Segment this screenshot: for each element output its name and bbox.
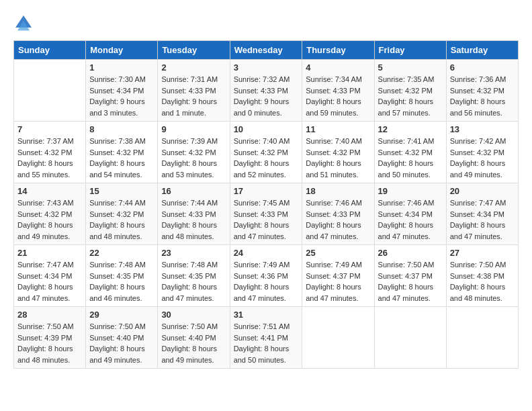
- day-cell: 17 Sunrise: 7:45 AM Sunset: 4:33 PM Dayl…: [230, 183, 302, 245]
- sunset-text: Sunset: 4:40 PM: [89, 334, 144, 342]
- day-cell: 31 Sunrise: 7:51 AM Sunset: 4:41 PM Dayl…: [230, 307, 302, 369]
- sunrise-text: Sunrise: 7:38 AM: [89, 137, 146, 145]
- daylight-text: Daylight: 8 hours and 48 minutes.: [17, 345, 73, 364]
- day-cell: 23 Sunrise: 7:48 AM Sunset: 4:35 PM Dayl…: [158, 245, 230, 307]
- day-number: 11: [306, 124, 370, 134]
- sunset-text: Sunset: 4:32 PM: [234, 148, 288, 156]
- sunset-text: Sunset: 4:35 PM: [89, 272, 144, 280]
- cell-content: Sunrise: 7:51 AM Sunset: 4:41 PM Dayligh…: [234, 321, 299, 365]
- sunrise-text: Sunrise: 7:47 AM: [17, 261, 74, 269]
- day-cell: [14, 60, 86, 122]
- day-cell: 28 Sunrise: 7:50 AM Sunset: 4:39 PM Dayl…: [14, 307, 86, 369]
- cell-content: Sunrise: 7:46 AM Sunset: 4:33 PM Dayligh…: [306, 197, 370, 242]
- sunrise-text: Sunrise: 7:37 AM: [17, 137, 74, 145]
- week-row-1: 1 Sunrise: 7:30 AM Sunset: 4:34 PM Dayli…: [14, 60, 519, 122]
- day-cell: 16 Sunrise: 7:44 AM Sunset: 4:33 PM Dayl…: [158, 183, 230, 245]
- cell-content: Sunrise: 7:50 AM Sunset: 4:40 PM Dayligh…: [89, 321, 154, 365]
- sunset-text: Sunset: 4:39 PM: [17, 334, 72, 342]
- day-number: 4: [306, 62, 370, 73]
- cell-content: Sunrise: 7:32 AM Sunset: 4:33 PM Dayligh…: [234, 74, 299, 118]
- daylight-text: Daylight: 8 hours and 46 minutes.: [89, 283, 145, 302]
- day-cell: 27 Sunrise: 7:50 AM Sunset: 4:38 PM Dayl…: [446, 245, 518, 307]
- sunset-text: Sunset: 4:33 PM: [161, 87, 216, 95]
- day-cell: 2 Sunrise: 7:31 AM Sunset: 4:33 PM Dayli…: [158, 60, 230, 122]
- day-number: 12: [378, 124, 443, 134]
- daylight-text: Daylight: 8 hours and 47 minutes.: [234, 283, 290, 302]
- daylight-text: Daylight: 9 hours and 0 minutes.: [234, 97, 290, 117]
- daylight-text: Daylight: 8 hours and 49 minutes.: [89, 345, 145, 364]
- sunset-text: Sunset: 4:32 PM: [17, 210, 72, 218]
- day-cell: 12 Sunrise: 7:41 AM Sunset: 4:32 PM Dayl…: [374, 122, 446, 183]
- daylight-text: Daylight: 8 hours and 47 minutes.: [234, 221, 290, 240]
- calendar-table: SundayMondayTuesdayWednesdayThursdayFrid…: [13, 40, 519, 369]
- day-number: 19: [378, 186, 443, 196]
- day-cell: 20 Sunrise: 7:47 AM Sunset: 4:34 PM Dayl…: [446, 183, 518, 245]
- day-cell: 21 Sunrise: 7:47 AM Sunset: 4:34 PM Dayl…: [14, 245, 86, 307]
- cell-content: Sunrise: 7:35 AM Sunset: 4:32 PM Dayligh…: [378, 74, 443, 118]
- daylight-text: Daylight: 8 hours and 59 minutes.: [306, 97, 361, 117]
- header-sunday: Sunday: [14, 41, 86, 60]
- day-cell: 26 Sunrise: 7:50 AM Sunset: 4:37 PM Dayl…: [374, 245, 446, 307]
- day-cell: [302, 307, 374, 369]
- sunset-text: Sunset: 4:32 PM: [89, 210, 144, 218]
- cell-content: Sunrise: 7:49 AM Sunset: 4:36 PM Dayligh…: [234, 259, 299, 304]
- sunset-text: Sunset: 4:34 PM: [17, 272, 72, 280]
- day-number: 13: [450, 124, 515, 134]
- sunset-text: Sunset: 4:34 PM: [450, 210, 504, 218]
- daylight-text: Daylight: 8 hours and 47 minutes.: [450, 221, 506, 240]
- sunset-text: Sunset: 4:34 PM: [378, 210, 433, 218]
- cell-content: Sunrise: 7:48 AM Sunset: 4:35 PM Dayligh…: [161, 259, 226, 304]
- sunrise-text: Sunrise: 7:46 AM: [306, 199, 362, 207]
- sunrise-text: Sunrise: 7:47 AM: [450, 199, 506, 207]
- day-cell: 9 Sunrise: 7:39 AM Sunset: 4:32 PM Dayli…: [158, 122, 230, 183]
- sunrise-text: Sunrise: 7:36 AM: [450, 75, 506, 83]
- cell-content: Sunrise: 7:50 AM Sunset: 4:40 PM Dayligh…: [161, 321, 226, 365]
- daylight-text: Daylight: 8 hours and 47 minutes.: [306, 283, 361, 302]
- sunrise-text: Sunrise: 7:50 AM: [17, 322, 74, 330]
- sunrise-text: Sunrise: 7:40 AM: [234, 137, 290, 145]
- sunrise-text: Sunrise: 7:49 AM: [234, 261, 290, 269]
- cell-content: Sunrise: 7:41 AM Sunset: 4:32 PM Dayligh…: [378, 136, 443, 180]
- day-number: 7: [17, 124, 82, 134]
- day-number: 9: [161, 124, 226, 134]
- sunrise-text: Sunrise: 7:45 AM: [234, 199, 290, 207]
- sunrise-text: Sunrise: 7:44 AM: [161, 199, 218, 207]
- week-row-4: 21 Sunrise: 7:47 AM Sunset: 4:34 PM Dayl…: [14, 245, 519, 307]
- day-number: 8: [89, 124, 154, 134]
- sunrise-text: Sunrise: 7:44 AM: [89, 199, 146, 207]
- day-number: 20: [450, 186, 515, 196]
- sunset-text: Sunset: 4:32 PM: [450, 148, 504, 156]
- header-monday: Monday: [86, 41, 158, 60]
- day-cell: 24 Sunrise: 7:49 AM Sunset: 4:36 PM Dayl…: [230, 245, 302, 307]
- sunset-text: Sunset: 4:33 PM: [306, 87, 360, 95]
- day-cell: 5 Sunrise: 7:35 AM Sunset: 4:32 PM Dayli…: [374, 60, 446, 122]
- day-number: 27: [450, 248, 515, 258]
- sunrise-text: Sunrise: 7:51 AM: [234, 322, 290, 330]
- header-saturday: Saturday: [446, 41, 518, 60]
- sunset-text: Sunset: 4:32 PM: [306, 148, 360, 156]
- day-number: 25: [306, 248, 370, 258]
- day-cell: 6 Sunrise: 7:36 AM Sunset: 4:32 PM Dayli…: [446, 60, 518, 122]
- header-thursday: Thursday: [302, 41, 374, 60]
- day-cell: 4 Sunrise: 7:34 AM Sunset: 4:33 PM Dayli…: [302, 60, 374, 122]
- cell-content: Sunrise: 7:40 AM Sunset: 4:32 PM Dayligh…: [234, 136, 299, 180]
- day-number: 30: [161, 310, 226, 320]
- logo-icon: [13, 13, 34, 34]
- daylight-text: Daylight: 8 hours and 57 minutes.: [378, 97, 434, 117]
- cell-content: Sunrise: 7:39 AM Sunset: 4:32 PM Dayligh…: [161, 136, 226, 180]
- sunset-text: Sunset: 4:32 PM: [378, 148, 433, 156]
- cell-content: Sunrise: 7:47 AM Sunset: 4:34 PM Dayligh…: [17, 259, 82, 304]
- sunset-text: Sunset: 4:41 PM: [234, 334, 288, 342]
- sunrise-text: Sunrise: 7:49 AM: [306, 261, 362, 269]
- sunset-text: Sunset: 4:32 PM: [17, 148, 72, 156]
- sunrise-text: Sunrise: 7:35 AM: [378, 75, 435, 83]
- day-cell: 3 Sunrise: 7:32 AM Sunset: 4:33 PM Dayli…: [230, 60, 302, 122]
- daylight-text: Daylight: 8 hours and 53 minutes.: [161, 159, 217, 179]
- sunset-text: Sunset: 4:33 PM: [161, 210, 216, 218]
- cell-content: Sunrise: 7:43 AM Sunset: 4:32 PM Dayligh…: [17, 197, 82, 242]
- daylight-text: Daylight: 9 hours and 1 minute.: [161, 97, 217, 117]
- cell-content: Sunrise: 7:46 AM Sunset: 4:34 PM Dayligh…: [378, 197, 443, 242]
- daylight-text: Daylight: 8 hours and 51 minutes.: [306, 159, 361, 179]
- sunset-text: Sunset: 4:32 PM: [89, 148, 144, 156]
- sunset-text: Sunset: 4:38 PM: [450, 272, 504, 280]
